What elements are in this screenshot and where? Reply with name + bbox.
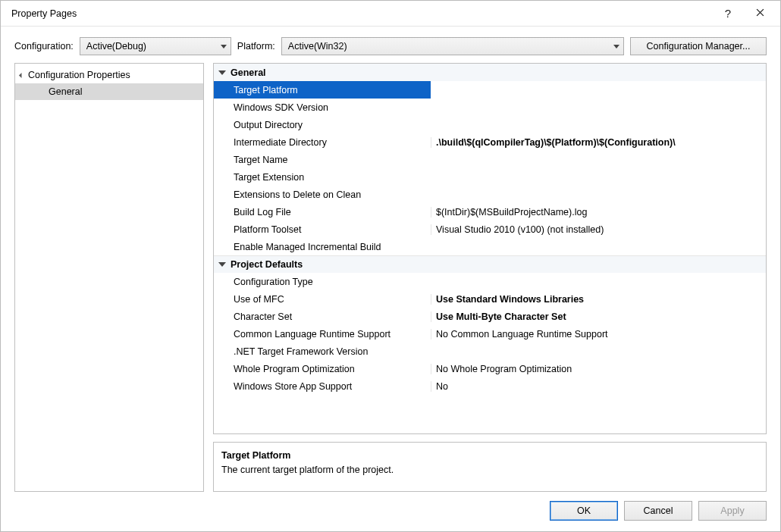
property-label: Intermediate Directory	[231, 137, 431, 148]
cancel-button[interactable]: Cancel	[624, 501, 692, 521]
property-label: Configuration Type	[231, 277, 431, 287]
category-row-general[interactable]: General	[214, 64, 766, 81]
svg-marker-2	[218, 70, 226, 75]
window-title: Property Pages	[11, 8, 712, 19]
dialog-buttons: OK Cancel Apply	[1, 492, 780, 531]
property-label: Platform Toolset	[231, 224, 431, 235]
property-label: Extensions to Delete on Clean	[231, 189, 431, 200]
property-value[interactable]: .\build\$(qlCompilerTag)\$(Platform)\$(C…	[431, 137, 766, 148]
platform-combo[interactable]: Active(Win32)	[281, 37, 624, 55]
right-column: GeneralTarget PlatformWindows SDK Versio…	[213, 63, 767, 492]
svg-marker-1	[613, 45, 619, 49]
configuration-combo[interactable]: Active(Debug)	[80, 37, 231, 55]
tree-item-label: General	[49, 86, 82, 97]
apply-button[interactable]: Apply	[698, 501, 767, 521]
close-button[interactable]	[744, 3, 776, 24]
property-grid: GeneralTarget PlatformWindows SDK Versio…	[213, 63, 767, 434]
property-label: Target Platform	[231, 85, 431, 95]
property-row[interactable]: Windows Store App SupportNo	[214, 377, 766, 395]
dialog-window: Property Pages ? Configuration: Active(D…	[0, 0, 781, 532]
property-value[interactable]: No Whole Program Optimization	[431, 364, 766, 374]
property-label: Enable Managed Incremental Build	[231, 242, 431, 252]
property-label: Target Extension	[231, 172, 431, 183]
help-icon: ?	[725, 7, 731, 20]
platform-value: Active(Win32)	[288, 41, 347, 52]
tree-pane: Configuration Properties General	[14, 63, 204, 492]
expand-arrow-icon	[19, 72, 24, 77]
title-bar: Property Pages ?	[1, 1, 780, 27]
property-row[interactable]: Configuration Type	[214, 273, 766, 290]
property-label: Whole Program Optimization	[231, 364, 431, 374]
help-button[interactable]: ?	[712, 3, 744, 24]
ok-button[interactable]: OK	[550, 501, 618, 521]
property-row[interactable]: Extensions to Delete on Clean	[214, 186, 766, 203]
property-row[interactable]: Common Language Runtime SupportNo Common…	[214, 325, 766, 343]
property-row[interactable]: Use of MFCUse Standard Windows Libraries	[214, 290, 766, 308]
svg-marker-0	[221, 45, 227, 49]
property-row[interactable]: Whole Program OptimizationNo Whole Progr…	[214, 360, 766, 377]
svg-marker-3	[218, 262, 226, 267]
close-icon	[756, 8, 764, 19]
chevron-down-icon	[613, 41, 619, 52]
collapse-icon	[214, 261, 231, 268]
configuration-manager-label: Configuration Manager...	[647, 41, 751, 52]
apply-label: Apply	[720, 505, 744, 516]
property-row[interactable]: Intermediate Directory.\build\$(qlCompil…	[214, 133, 766, 151]
property-row[interactable]: Target Name	[214, 151, 766, 168]
collapse-icon	[214, 69, 231, 77]
property-label: Windows SDK Version	[231, 102, 431, 113]
property-row[interactable]: Target Platform	[214, 81, 766, 99]
tree-item-label: Configuration Properties	[28, 70, 130, 80]
property-row[interactable]: Windows SDK Version	[214, 99, 766, 116]
property-value[interactable]: No	[431, 381, 766, 392]
description-body: The current target platform of the proje…	[221, 463, 758, 477]
config-row: Configuration: Active(Debug) Platform: A…	[1, 27, 780, 63]
tree-item-config-props[interactable]: Configuration Properties	[15, 67, 203, 83]
property-row[interactable]: Platform ToolsetVisual Studio 2010 (v100…	[214, 221, 766, 238]
description-pane: Target Platform The current target platf…	[213, 442, 767, 492]
cancel-label: Cancel	[644, 505, 673, 516]
property-row[interactable]: Enable Managed Incremental Build	[214, 238, 766, 255]
category-label: Project Defaults	[231, 259, 431, 270]
chevron-down-icon	[221, 41, 227, 52]
property-row[interactable]: Target Extension	[214, 168, 766, 186]
configuration-label: Configuration:	[14, 41, 74, 52]
configuration-value: Active(Debug)	[86, 41, 146, 52]
tree-item-general[interactable]: General	[15, 83, 203, 100]
property-label: Build Log File	[231, 207, 431, 217]
configuration-manager-button[interactable]: Configuration Manager...	[630, 37, 767, 55]
platform-label: Platform:	[237, 41, 275, 52]
main-area: Configuration Properties General General…	[1, 63, 780, 492]
property-value[interactable]: $(IntDir)$(MSBuildProjectName).log	[431, 207, 766, 217]
property-label: Target Name	[231, 155, 431, 165]
category-label: General	[231, 67, 431, 78]
property-label: Common Language Runtime Support	[231, 329, 431, 340]
property-value[interactable]: No Common Language Runtime Support	[431, 329, 766, 340]
property-row[interactable]: Character SetUse Multi-Byte Character Se…	[214, 308, 766, 325]
property-label: .NET Target Framework Version	[231, 346, 431, 357]
property-value[interactable]: Visual Studio 2010 (v100) (not installed…	[431, 224, 766, 235]
property-value[interactable]: Use Multi-Byte Character Set	[431, 311, 766, 322]
ok-label: OK	[577, 505, 591, 516]
property-label: Windows Store App Support	[231, 381, 431, 392]
property-row[interactable]: .NET Target Framework Version	[214, 343, 766, 360]
property-row[interactable]: Build Log File$(IntDir)$(MSBuildProjectN…	[214, 203, 766, 221]
property-value[interactable]: Use Standard Windows Libraries	[431, 294, 766, 305]
property-label: Character Set	[231, 311, 431, 322]
description-title: Target Platform	[221, 449, 758, 463]
category-row-defaults[interactable]: Project Defaults	[214, 255, 766, 273]
property-label: Output Directory	[231, 120, 431, 130]
property-row[interactable]: Output Directory	[214, 116, 766, 133]
property-label: Use of MFC	[231, 294, 431, 305]
